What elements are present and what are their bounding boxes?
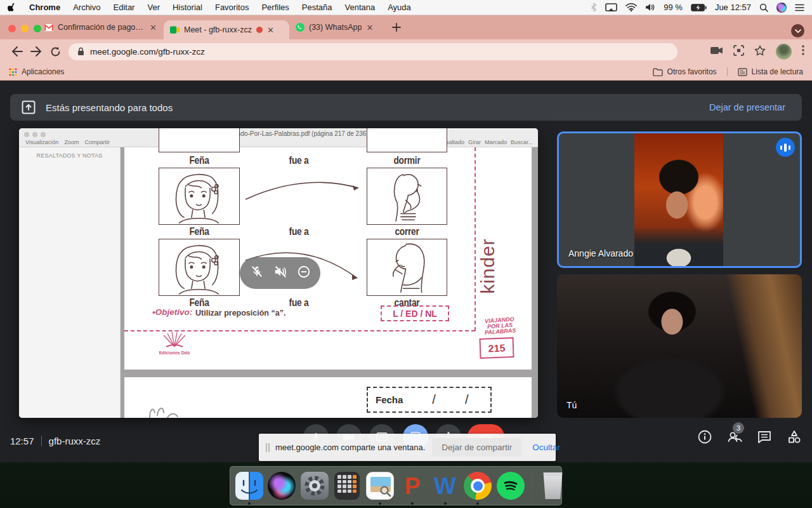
- pdf-sidebar: RESALTADOS Y NOTAS: [19, 147, 121, 418]
- pdf-menu-visualizacion[interactable]: Visualización: [25, 139, 58, 145]
- calculator-icon[interactable]: [333, 472, 362, 500]
- share-message: meet.google.com comparte una ventana.: [275, 443, 425, 452]
- worksheet-box-cut: [367, 128, 447, 152]
- audio-level-icon: [776, 138, 795, 157]
- window-minimize-button[interactable]: [21, 25, 29, 32]
- worksheet-action: dormir: [370, 154, 444, 166]
- meet-footer-info: 12:57 gfb-ruxx-zcz: [10, 432, 100, 450]
- menu-app-name[interactable]: Chrome: [29, 3, 60, 12]
- menu-pestana[interactable]: Pestaña: [302, 3, 332, 12]
- siri-icon[interactable]: [776, 3, 787, 13]
- spotlight-search-icon[interactable]: [759, 3, 768, 12]
- pdf-content-area[interactable]: Feña fue a dormir: [121, 147, 538, 418]
- pdf-menu-marcado[interactable]: Marcado: [485, 139, 507, 145]
- drag-handle[interactable]: [266, 443, 270, 452]
- reading-list-button[interactable]: Lista de lectura: [738, 67, 803, 76]
- display-mirroring-icon[interactable]: [605, 3, 617, 12]
- volume-icon[interactable]: [645, 3, 655, 11]
- word-icon[interactable]: W: [431, 472, 459, 500]
- tab-whatsapp[interactable]: (33) WhatsApp ✕: [296, 15, 384, 39]
- video-tile-anngie[interactable]: Anngie Alvarado: [557, 131, 802, 268]
- menu-editar[interactable]: Editar: [113, 3, 134, 12]
- camera-indicator-icon[interactable]: [710, 46, 723, 57]
- participant-video: [634, 133, 723, 266]
- menu-ayuda[interactable]: Ayuda: [388, 3, 411, 12]
- menu-clock[interactable]: Jue 12:57: [715, 3, 751, 12]
- speaker-off-icon[interactable]: [273, 265, 287, 281]
- siri-dock-icon[interactable]: [268, 472, 296, 500]
- tab-gmail[interactable]: Confirmación de pago - mcons ✕: [44, 15, 162, 39]
- remove-circle-icon[interactable]: [297, 265, 311, 281]
- whatsapp-icon: [296, 23, 304, 32]
- apps-label: Aplicaciones: [22, 67, 64, 76]
- date-box: Fecha / /: [367, 387, 492, 413]
- back-button[interactable]: [8, 46, 27, 57]
- wifi-icon[interactable]: [625, 3, 637, 11]
- bookmark-apps[interactable]: Aplicaciones: [9, 67, 64, 76]
- reading-list-label: Lista de lectura: [752, 67, 803, 76]
- tab-close-icon[interactable]: ✕: [267, 25, 274, 35]
- pdf-menu-zoom[interactable]: Zoom: [64, 139, 79, 145]
- notification-center-icon[interactable]: [795, 4, 804, 11]
- people-button[interactable]: 3: [727, 429, 742, 444]
- worksheet-singer-image: [367, 239, 447, 296]
- battery-charging-icon: [691, 4, 707, 11]
- participant-name: Anngie Alvarado: [568, 248, 633, 258]
- new-tab-button[interactable]: [392, 23, 401, 34]
- window-zoom-button[interactable]: [34, 25, 41, 32]
- spotify-icon[interactable]: [496, 472, 525, 500]
- worksheet-next-page: Fecha / /: [124, 377, 532, 418]
- menu-perfiles[interactable]: Perfiles: [261, 3, 289, 12]
- menu-ver[interactable]: Ver: [147, 3, 160, 12]
- pip-icon[interactable]: [733, 45, 744, 58]
- objective-text: Utilizar preposición “a”.: [195, 309, 285, 318]
- system-preferences-icon[interactable]: [300, 472, 329, 500]
- chrome-icon[interactable]: [464, 472, 492, 500]
- info-button[interactable]: [697, 429, 712, 444]
- tab-title: Confirmación de pago - mcons: [58, 23, 145, 32]
- stop-sharing-button[interactable]: Dejar de compartir: [432, 438, 521, 457]
- activities-button[interactable]: [787, 429, 802, 444]
- address-bar[interactable]: meet.google.com/gfb-ruxx-zcz: [69, 43, 678, 60]
- pdf-menu-girar[interactable]: Girar: [468, 139, 481, 145]
- hide-share-bar-link[interactable]: Ocultar: [532, 443, 560, 452]
- video-tile-self[interactable]: Tú: [557, 274, 802, 418]
- bookmark-star-icon[interactable]: [754, 45, 766, 58]
- profile-avatar[interactable]: [776, 44, 792, 60]
- kebab-menu-icon[interactable]: [802, 45, 804, 58]
- self-video: [557, 274, 802, 418]
- desktop: Chrome Archivo Editar Ver Historial Favo…: [0, 0, 812, 508]
- pdf-menu-buscar[interactable]: Buscar...: [511, 139, 533, 145]
- bookmarks-bar: Aplicaciones Otros favoritos Lista de le…: [0, 64, 812, 81]
- tab-title: Meet - gfb-ruxx-zcz: [184, 25, 252, 34]
- apple-icon[interactable]: [8, 3, 16, 13]
- stop-presenting-button[interactable]: Dejar de presentar: [709, 102, 790, 112]
- date-slash: /: [432, 392, 436, 407]
- preview-icon[interactable]: [365, 472, 394, 500]
- finder-icon[interactable]: [235, 472, 263, 500]
- menu-archivo[interactable]: Archivo: [73, 3, 100, 12]
- other-favorites-folder[interactable]: Otros favoritos: [653, 67, 717, 76]
- worksheet-subject: Feña: [162, 225, 237, 237]
- menu-historial[interactable]: Historial: [173, 3, 202, 12]
- date-label: Fecha: [376, 394, 403, 405]
- bluetooth-icon[interactable]: [591, 3, 597, 12]
- reload-button[interactable]: [46, 46, 65, 57]
- folder-icon: [653, 68, 663, 76]
- pdf-menu-compartir[interactable]: Compartir: [84, 139, 110, 145]
- menu-ventana[interactable]: Ventana: [344, 3, 375, 12]
- tab-close-icon[interactable]: ✕: [150, 23, 157, 32]
- menu-favoritos[interactable]: Favoritos: [215, 3, 249, 12]
- trash-icon[interactable]: [539, 472, 567, 500]
- tab-search-button[interactable]: [791, 24, 804, 37]
- gmail-icon: [44, 24, 53, 31]
- tab-meet-active[interactable]: Meet - gfb-ruxx-zcz ✕: [164, 20, 289, 39]
- powerpoint-icon[interactable]: P: [398, 472, 427, 500]
- tab-close-icon[interactable]: ✕: [366, 23, 373, 32]
- chat-button[interactable]: [757, 429, 772, 444]
- chrome-toolbar: meet.google.com/gfb-ruxx-zcz: [0, 39, 812, 64]
- participants-count-badge: 3: [733, 422, 744, 434]
- mic-off-icon[interactable]: [250, 265, 264, 281]
- forward-button[interactable]: [27, 46, 46, 57]
- window-close-button[interactable]: [8, 25, 16, 32]
